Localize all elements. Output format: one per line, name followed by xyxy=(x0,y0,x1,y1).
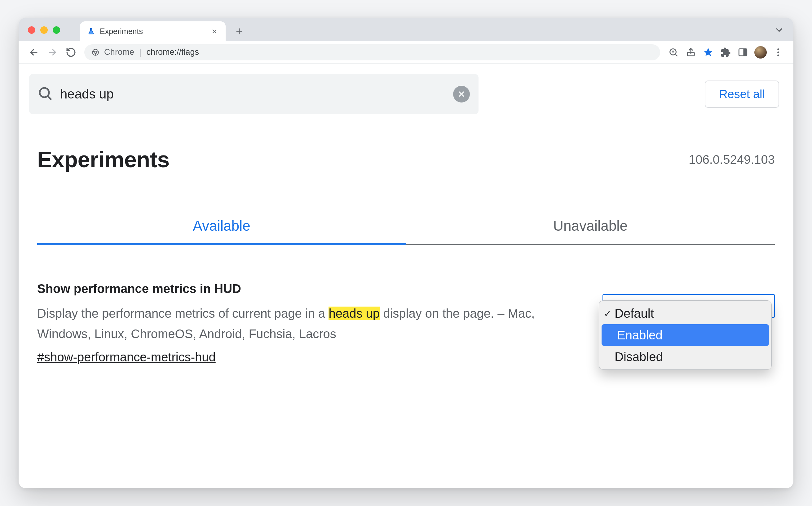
chrome-icon xyxy=(91,48,100,57)
option-enabled-label: Enabled xyxy=(617,328,663,342)
forward-button[interactable] xyxy=(45,45,60,60)
search-icon xyxy=(38,86,53,102)
option-default[interactable]: ✓ Default xyxy=(599,303,771,324)
reset-all-button[interactable]: Reset all xyxy=(705,81,779,108)
flag-description: Display the performance metrics of curre… xyxy=(37,303,577,344)
tab-unavailable[interactable]: Unavailable xyxy=(406,209,775,245)
svg-point-7 xyxy=(777,52,779,53)
window-controls xyxy=(28,26,60,34)
option-disabled[interactable]: Disabled xyxy=(599,346,771,367)
flag-hash-link[interactable]: #show-performance-metrics-hud xyxy=(37,350,577,364)
profile-avatar[interactable] xyxy=(754,46,767,59)
chrome-version: 106.0.5249.103 xyxy=(689,153,775,167)
check-icon: ✓ xyxy=(602,308,613,319)
option-disabled-label: Disabled xyxy=(614,350,663,364)
flag-desc-pre: Display the performance metrics of curre… xyxy=(37,307,328,320)
window-minimize-button[interactable] xyxy=(40,26,48,34)
tab-search-button[interactable] xyxy=(774,25,784,36)
option-default-label: Default xyxy=(614,307,654,321)
zoom-icon[interactable] xyxy=(666,45,681,60)
browser-window: Experiments Chrome | chrome: xyxy=(19,18,793,488)
back-button[interactable] xyxy=(26,45,42,60)
new-tab-button[interactable] xyxy=(232,24,247,39)
flag-tabs: Available Unavailable xyxy=(37,209,775,245)
url-text: chrome://flags xyxy=(147,48,199,57)
share-icon[interactable] xyxy=(683,45,698,60)
reload-button[interactable] xyxy=(63,45,79,60)
flag-info: Show performance metrics in HUD Display … xyxy=(37,282,577,364)
page-header: Experiments 106.0.5249.103 xyxy=(37,147,775,172)
toolbar: Chrome | chrome://flags xyxy=(19,41,793,64)
option-enabled[interactable]: Enabled xyxy=(602,324,769,346)
url-origin-label: Chrome xyxy=(104,48,134,57)
clear-search-button[interactable] xyxy=(453,86,470,102)
flag-title: Show performance metrics in HUD xyxy=(37,282,577,296)
window-zoom-button[interactable] xyxy=(53,26,60,34)
address-bar[interactable]: Chrome | chrome://flags xyxy=(84,44,660,60)
flag-item: Show performance metrics in HUD Display … xyxy=(37,282,775,364)
page-title: Experiments xyxy=(37,147,169,172)
flag-select-dropdown: ✓ Default Enabled Disabled xyxy=(599,301,772,370)
flag-control: ✓ Default Enabled Disabled xyxy=(601,282,775,294)
main-area: Experiments 106.0.5249.103 Available Una… xyxy=(19,125,793,364)
sidepanel-icon[interactable] xyxy=(735,45,751,60)
menu-icon[interactable] xyxy=(770,45,786,60)
search-input[interactable] xyxy=(60,87,446,102)
bookmark-star-icon[interactable] xyxy=(700,45,716,60)
tab-title: Experiments xyxy=(100,27,206,36)
url-separator: | xyxy=(139,48,141,57)
toolbar-actions xyxy=(666,45,786,60)
extensions-icon[interactable] xyxy=(718,45,733,60)
browser-tab[interactable]: Experiments xyxy=(80,21,226,41)
svg-point-8 xyxy=(777,55,779,56)
flag-desc-highlight: heads up xyxy=(328,307,380,320)
flags-search-box[interactable] xyxy=(29,74,478,114)
flask-icon xyxy=(87,27,95,35)
search-row: Reset all xyxy=(19,64,793,125)
svg-rect-5 xyxy=(744,49,747,56)
page-content: Reset all Experiments 106.0.5249.103 Ava… xyxy=(19,64,793,488)
tab-close-button[interactable] xyxy=(210,27,219,35)
svg-point-6 xyxy=(777,48,779,50)
tab-strip: Experiments xyxy=(19,18,793,41)
window-close-button[interactable] xyxy=(28,26,35,34)
tab-available[interactable]: Available xyxy=(37,209,406,245)
